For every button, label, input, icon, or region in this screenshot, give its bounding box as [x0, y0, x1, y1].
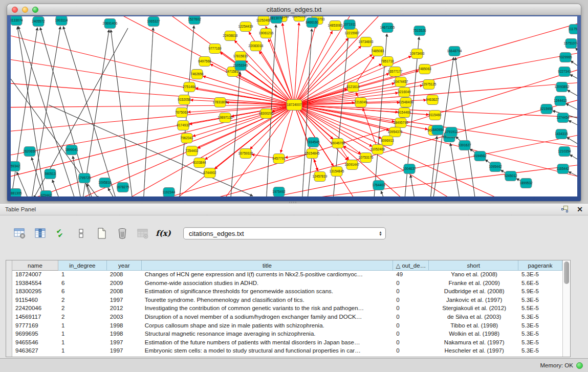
table-cell-title[interactable]: Structural magnetic resonance image aver… — [142, 330, 394, 339]
float-panel-icon[interactable] — [561, 206, 570, 213]
table-cell-pagerank[interactable]: 5.3E-5 — [518, 313, 562, 322]
table-row[interactable]: 969969511998Structural magnetic resonanc… — [12, 330, 562, 339]
column-header-year[interactable]: year — [107, 260, 142, 271]
window-titlebar[interactable]: citations_edges.txt — [7, 4, 581, 15]
table-cell-pagerank[interactable]: 5.3E-5 — [518, 330, 562, 339]
table-cell-title[interactable]: Embryonic stem cells: a model to study s… — [142, 347, 394, 356]
table-row[interactable]: 1938455462009Genome-wide association stu… — [12, 279, 562, 288]
table-cell-in_degree[interactable]: 6 — [58, 288, 107, 296]
table-row[interactable]: 1872400712008Changes of HCN gene express… — [12, 271, 562, 279]
new-column-icon[interactable] — [95, 227, 108, 240]
delete-table-icon[interactable] — [136, 227, 149, 240]
table-cell-name[interactable]: 9465546 — [12, 339, 58, 347]
column-header-pagerank[interactable]: pagerank — [518, 260, 562, 271]
table-cell-year[interactable]: 1997 — [107, 347, 142, 356]
table-cell-title[interactable]: Tourette syndrome. Phenomenology and cla… — [142, 296, 394, 305]
table-cell-pagerank[interactable]: 5.9E-5 — [518, 288, 562, 296]
column-header-name[interactable]: name — [12, 260, 58, 271]
column-header-title[interactable]: title — [142, 260, 394, 271]
table-cell-in_degree[interactable]: 2 — [58, 296, 107, 305]
table-cell-pagerank[interactable]: 5.3E-5 — [518, 347, 562, 356]
table-cell-name[interactable]: 19384554 — [12, 279, 58, 288]
table-cell-out_degree[interactable]: 0 — [393, 347, 429, 356]
table-cell-title[interactable]: Estimation of significance thresholds fo… — [142, 288, 394, 296]
table-cell-name[interactable]: 9115460 — [12, 296, 58, 305]
table-cell-name[interactable]: 9463627 — [12, 347, 58, 356]
column-header-out_degree[interactable]: △ out_de… — [393, 260, 429, 271]
table-cell-out_degree[interactable]: 0 — [393, 288, 429, 296]
table-row[interactable]: 2242004622012Investigating the contribut… — [12, 304, 562, 313]
table-cell-short[interactable]: Stergiakouli et al. (2012) — [429, 304, 518, 313]
table-cell-in_degree[interactable]: 2 — [58, 313, 107, 322]
network-canvas[interactable]: 9777169649756874626562751464915205876750… — [11, 16, 577, 196]
table-cell-short[interactable]: Franke et al. (2009) — [429, 279, 518, 288]
table-cell-out_degree[interactable]: 0 — [393, 279, 429, 288]
table-vertical-scrollbar[interactable] — [562, 260, 570, 357]
table-cell-year[interactable]: 1997 — [107, 339, 142, 347]
table-cell-pagerank[interactable]: 5.3E-5 — [518, 322, 562, 331]
table-cell-out_degree[interactable]: 0 — [393, 322, 429, 331]
table-cell-out_degree[interactable]: 0 — [393, 304, 429, 313]
table-cell-pagerank[interactable]: 5.6E-5 — [518, 279, 562, 288]
table-cell-pagerank[interactable]: 5.5E-5 — [518, 304, 562, 313]
table-cell-short[interactable]: Jankovic et al. (1997) — [429, 296, 518, 305]
table-cell-out_degree[interactable]: 0 — [393, 339, 429, 347]
table-cell-name[interactable]: 14569117 — [12, 313, 58, 322]
table-cell-year[interactable]: 2003 — [107, 313, 142, 322]
citation-network-graph[interactable]: 9777169649756874626562751464915205876750… — [11, 16, 577, 196]
table-cell-short[interactable]: Nakamura et al. (1997) — [429, 339, 518, 347]
table-cell-short[interactable]: Wolkin et al. (1998) — [429, 330, 518, 339]
table-cell-in_degree[interactable]: 1 — [58, 330, 107, 339]
table-cell-year[interactable]: 2012 — [107, 304, 142, 313]
table-cell-title[interactable]: Disruption of a novel member of a sodium… — [142, 313, 394, 322]
table-cell-pagerank[interactable]: 5.3E-5 — [518, 296, 562, 305]
table-cell-pagerank[interactable]: 5.3E-5 — [518, 271, 562, 279]
table-cell-in_degree[interactable]: 1 — [58, 339, 107, 347]
table-cell-title[interactable]: Corpus callosum shape and size in male p… — [142, 322, 394, 331]
table-cell-out_degree[interactable]: 0 — [393, 330, 429, 339]
table-cell-in_degree[interactable]: 6 — [58, 279, 107, 288]
table-row[interactable]: 977716911998Corpus callosum shape and si… — [12, 322, 562, 331]
table-mode-icon[interactable] — [13, 227, 27, 240]
clear-selection-icon[interactable] — [75, 227, 88, 240]
table-cell-in_degree[interactable]: 1 — [58, 347, 107, 356]
table-cell-name[interactable]: 22420046 — [12, 304, 58, 313]
table-cell-short[interactable]: Tibbo et al. (1998) — [429, 322, 518, 331]
table-row[interactable]: 1830029562008Estimation of significance … — [12, 288, 562, 296]
select-all-icon[interactable]: ✔✔ — [54, 227, 68, 240]
table-cell-year[interactable]: 2008 — [107, 271, 142, 279]
table-cell-out_degree[interactable]: 0 — [393, 313, 429, 322]
table-cell-year[interactable]: 1998 — [107, 322, 142, 331]
table-cell-name[interactable]: 18300295 — [12, 288, 58, 296]
table-cell-year[interactable]: 1998 — [107, 330, 142, 339]
table-row[interactable]: 1456911722003Disruption of a novel membe… — [12, 313, 562, 322]
column-header-short[interactable]: short — [429, 260, 518, 271]
table-cell-out_degree[interactable]: 0 — [393, 296, 429, 305]
table-cell-title[interactable]: Changes of HCN gene expression and I(f) … — [142, 271, 394, 279]
close-panel-icon[interactable]: ✕ — [577, 206, 583, 213]
table-cell-year[interactable]: 2009 — [107, 279, 142, 288]
table-cell-out_degree[interactable]: 49 — [393, 271, 429, 279]
table-cell-pagerank[interactable]: 5.3E-5 — [518, 339, 562, 347]
table-cell-title[interactable]: Genome-wide association studies in ADHD. — [142, 279, 394, 288]
table-cell-year[interactable]: 1997 — [107, 296, 142, 305]
table-cell-name[interactable]: 9699695 — [12, 330, 58, 339]
table-cell-name[interactable]: 18724007 — [12, 271, 58, 279]
show-columns-icon[interactable] — [34, 227, 47, 240]
table-cell-in_degree[interactable]: 1 — [58, 322, 107, 331]
table-row[interactable]: 911546021997Tourette syndrome. Phenomeno… — [12, 296, 562, 305]
table-selector-dropdown[interactable]: citations_edges.txt ▲▼ — [183, 227, 386, 239]
table-cell-year[interactable]: 2008 — [107, 288, 142, 296]
delete-column-icon[interactable] — [116, 227, 129, 240]
table-cell-short[interactable]: de Silva et al. (2003) — [429, 313, 518, 322]
table-cell-short[interactable]: Hescheler et al. (1997) — [429, 347, 518, 356]
table-row[interactable]: 946554611997Estimation of the future num… — [12, 339, 562, 347]
scrollbar-thumb[interactable] — [564, 261, 569, 284]
table-cell-title[interactable]: Investigating the contribution of common… — [142, 304, 394, 313]
function-builder-icon[interactable]: f(x) — [157, 227, 170, 240]
table-cell-title[interactable]: Estimation of the future numbers of pati… — [142, 339, 394, 347]
table-cell-short[interactable]: Yano et al. (2008) — [429, 271, 518, 279]
table-row[interactable]: 946362711997Embryonic stem cells: a mode… — [12, 347, 562, 356]
table-cell-name[interactable]: 9777169 — [12, 322, 58, 331]
table-cell-in_degree[interactable]: 2 — [58, 304, 107, 313]
